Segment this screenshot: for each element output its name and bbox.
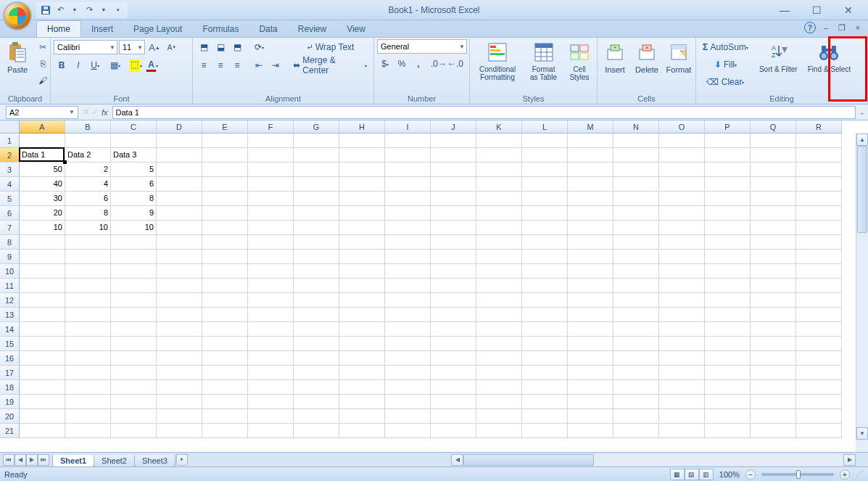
cell-O14[interactable]: [659, 322, 705, 337]
cell-Q19[interactable]: [751, 395, 796, 409]
cell-P6[interactable]: [705, 206, 751, 221]
col-header-B[interactable]: B: [65, 120, 111, 133]
cell-E1[interactable]: [202, 133, 248, 148]
cell-D10[interactable]: [157, 264, 202, 279]
cell-D7[interactable]: [157, 221, 202, 235]
col-header-M[interactable]: M: [568, 120, 613, 133]
cell-L4[interactable]: [522, 177, 568, 192]
cell-P9[interactable]: [705, 250, 751, 264]
cell-J2[interactable]: [431, 148, 476, 163]
cell-L19[interactable]: [522, 395, 568, 409]
cell-M19[interactable]: [568, 395, 613, 409]
vscroll-thumb[interactable]: [857, 146, 867, 233]
col-header-C[interactable]: C: [111, 120, 157, 133]
col-header-A[interactable]: A: [20, 120, 65, 133]
cell-H8[interactable]: [339, 235, 385, 250]
sheet-tab-sheet2[interactable]: Sheet2: [94, 455, 135, 467]
cell-K6[interactable]: [476, 206, 522, 221]
cell-M13[interactable]: [568, 308, 613, 322]
cell-E2[interactable]: [202, 148, 248, 163]
cell-L5[interactable]: [522, 192, 568, 206]
cell-O2[interactable]: [659, 148, 705, 163]
cell-L10[interactable]: [522, 264, 568, 279]
cell-I20[interactable]: [385, 409, 431, 424]
align-middle-icon[interactable]: ⬓: [212, 39, 228, 55]
cell-J15[interactable]: [431, 337, 476, 351]
cell-Q9[interactable]: [751, 250, 796, 264]
col-header-F[interactable]: F: [248, 120, 294, 133]
align-left-icon[interactable]: ≡: [196, 57, 212, 73]
cell-A20[interactable]: [20, 409, 65, 424]
cell-L13[interactable]: [522, 308, 568, 322]
row-header-14[interactable]: 14: [0, 322, 20, 337]
cell-H13[interactable]: [339, 308, 385, 322]
cell-B6[interactable]: 8: [65, 206, 111, 221]
cell-K21[interactable]: [476, 424, 522, 438]
tab-review[interactable]: Review: [288, 21, 336, 37]
cell-M8[interactable]: [568, 235, 613, 250]
cell-J13[interactable]: [431, 308, 476, 322]
font-name-combo[interactable]: Calibri▼: [54, 40, 117, 54]
cell-Q12[interactable]: [751, 293, 796, 308]
row-header-2[interactable]: 2: [0, 148, 20, 163]
cell-L7[interactable]: [522, 221, 568, 235]
cell-F9[interactable]: [248, 250, 294, 264]
cell-P8[interactable]: [705, 235, 751, 250]
cell-A18[interactable]: [20, 380, 65, 395]
percent-icon[interactable]: %: [394, 56, 410, 72]
cell-P21[interactable]: [705, 424, 751, 438]
cell-J3[interactable]: [431, 163, 476, 177]
row-header-18[interactable]: 18: [0, 380, 20, 395]
formula-input[interactable]: Data 1: [112, 106, 856, 119]
cell-G16[interactable]: [294, 351, 339, 366]
cell-L18[interactable]: [522, 380, 568, 395]
cells-area[interactable]: Data 1Data 2Data 35025404630682089101010: [20, 133, 856, 440]
cell-B19[interactable]: [65, 395, 111, 409]
cell-E5[interactable]: [202, 192, 248, 206]
cell-P19[interactable]: [705, 395, 751, 409]
cell-B11[interactable]: [65, 279, 111, 293]
cell-C14[interactable]: [111, 322, 157, 337]
cell-C12[interactable]: [111, 293, 157, 308]
cell-A5[interactable]: 30: [20, 192, 65, 206]
cell-F12[interactable]: [248, 293, 294, 308]
conditional-formatting-button[interactable]: Conditional Formatting: [473, 39, 522, 83]
cell-A10[interactable]: [20, 264, 65, 279]
cell-D19[interactable]: [157, 395, 202, 409]
italic-icon[interactable]: I: [70, 57, 86, 73]
delete-cells-button[interactable]: × Delete: [632, 39, 661, 75]
cell-N2[interactable]: [613, 148, 659, 163]
insert-cells-button[interactable]: + Insert: [600, 39, 629, 75]
cell-G8[interactable]: [294, 235, 339, 250]
cell-O19[interactable]: [659, 395, 705, 409]
cell-N13[interactable]: [613, 308, 659, 322]
cell-Q17[interactable]: [751, 366, 796, 380]
cell-J18[interactable]: [431, 380, 476, 395]
cell-B14[interactable]: [65, 322, 111, 337]
underline-icon[interactable]: U▾: [87, 57, 103, 73]
cell-E13[interactable]: [202, 308, 248, 322]
cell-E8[interactable]: [202, 235, 248, 250]
cell-P20[interactable]: [705, 409, 751, 424]
horizontal-scrollbar[interactable]: ◀ ▶: [451, 454, 856, 466]
cell-A6[interactable]: 20: [20, 206, 65, 221]
cell-N10[interactable]: [613, 264, 659, 279]
cell-D4[interactable]: [157, 177, 202, 192]
cell-D11[interactable]: [157, 279, 202, 293]
cell-H18[interactable]: [339, 380, 385, 395]
cell-P10[interactable]: [705, 264, 751, 279]
cell-R17[interactable]: [796, 366, 842, 380]
page-layout-view-icon[interactable]: ▤: [685, 469, 699, 480]
cell-K19[interactable]: [476, 395, 522, 409]
col-header-E[interactable]: E: [202, 120, 248, 133]
zoom-slider[interactable]: [761, 473, 834, 476]
cell-F20[interactable]: [248, 409, 294, 424]
cell-G10[interactable]: [294, 264, 339, 279]
cell-H4[interactable]: [339, 177, 385, 192]
cell-D16[interactable]: [157, 351, 202, 366]
cell-J1[interactable]: [431, 133, 476, 148]
cell-H7[interactable]: [339, 221, 385, 235]
fill-handle[interactable]: [63, 160, 67, 164]
cell-A14[interactable]: [20, 322, 65, 337]
cell-D3[interactable]: [157, 163, 202, 177]
